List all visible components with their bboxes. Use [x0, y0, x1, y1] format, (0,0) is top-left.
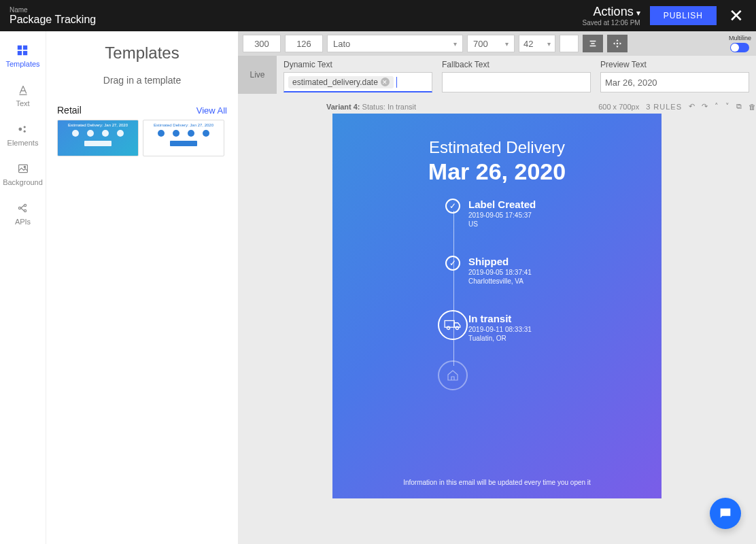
timeline-item-pending[interactable]: [468, 363, 662, 393]
rail-text-label: Text: [16, 99, 29, 107]
timeline-location: Tualatin, OR: [468, 335, 662, 342]
text-toolbar: Lato ▾ 700 ▾ 42 ▾ M: [238, 31, 756, 56]
variant-label: Variant 4:: [326, 103, 360, 111]
svg-rect-3: [23, 51, 27, 55]
chevron-down-icon[interactable]: ˅: [725, 102, 729, 111]
rail-background[interactable]: Background: [3, 162, 43, 186]
pos-x-input[interactable]: [243, 35, 281, 52]
timeline: Label Created 2019-09-05 17:45:37 US Shi…: [332, 199, 662, 393]
live-toggle[interactable]: Live: [238, 56, 277, 94]
text-cursor: [396, 77, 397, 88]
svg-point-12: [617, 43, 619, 45]
chevron-down-icon: ▾: [547, 40, 551, 48]
rail-background-label: Background: [3, 178, 43, 186]
tag-remove-icon[interactable]: ✕: [381, 78, 390, 86]
template-thumb-2[interactable]: Estimated Delivery: Jan 27, 2020: [143, 120, 224, 156]
selected-text-element[interactable]: Mar 26, 2020: [428, 157, 566, 185]
svg-point-8: [24, 166, 25, 167]
publish-button[interactable]: PUBLISH: [650, 6, 717, 25]
dynamic-text-row: Live Dynamic Text estimated_delivery.dat…: [238, 56, 756, 99]
rail-templates[interactable]: Templates: [5, 44, 39, 68]
dynamic-text-input[interactable]: estimated_delivery.date ✕: [284, 72, 432, 92]
pos-y-input[interactable]: [285, 35, 323, 52]
size-value: 42: [523, 39, 533, 49]
preview-footer: Information in this email will be update…: [332, 479, 662, 486]
dynamic-variable-tag[interactable]: estimated_delivery.date ✕: [288, 76, 394, 88]
canvas-preview[interactable]: Estimated Delivery Mar 26, 2020 Label Cr…: [332, 114, 662, 498]
rail-text[interactable]: Text: [16, 83, 29, 107]
text-icon: [16, 83, 30, 97]
project-name-label: Name: [10, 6, 96, 14]
preview-text-input[interactable]: [600, 72, 749, 92]
svg-point-10: [24, 204, 27, 206]
timeline-title: Label Created: [468, 199, 662, 210]
truck-icon: [438, 310, 468, 340]
font-size-select[interactable]: 42 ▾: [519, 35, 555, 52]
svg-point-6: [24, 131, 26, 133]
tag-text: estimated_delivery.date: [292, 78, 378, 87]
chevron-down-icon: ▾: [505, 40, 509, 48]
position-button[interactable]: [607, 35, 628, 52]
home-icon: [438, 360, 468, 390]
timeline-time: 2019-09-11 08:33:31: [468, 326, 662, 333]
canvas-dimensions: 600 x 700px: [598, 103, 639, 111]
font-value: Lato: [333, 39, 350, 49]
undo-icon[interactable]: ↶: [689, 102, 695, 111]
redo-icon[interactable]: ↷: [702, 102, 708, 111]
chat-icon: [718, 506, 733, 521]
canvas-area: Lato ▾ 700 ▾ 42 ▾ M: [238, 31, 756, 544]
app-header: Name Package Tracking Actions Saved at 1…: [0, 0, 756, 31]
delete-icon[interactable]: 🗑: [749, 103, 756, 111]
view-all-link[interactable]: View All: [196, 105, 227, 116]
svg-rect-2: [18, 51, 22, 55]
elements-icon: [16, 122, 29, 136]
check-icon: [445, 199, 460, 214]
duplicate-icon[interactable]: ⧉: [736, 102, 742, 111]
svg-point-11: [24, 209, 27, 211]
timeline-item-current[interactable]: In transit 2019-09-11 08:33:31 Tualatin,…: [468, 313, 662, 343]
rail-apis[interactable]: APIs: [15, 201, 31, 226]
saved-at-label: Saved at 12:06 PM: [583, 19, 640, 27]
preview-date: Mar 26, 2020: [428, 158, 566, 185]
variant-status: Status: In transit: [362, 103, 416, 111]
sidebar-rail: Templates Text Elements Background: [0, 31, 46, 544]
align-button[interactable]: [583, 35, 603, 52]
background-icon: [16, 162, 30, 175]
rail-apis-label: APIs: [15, 218, 31, 226]
timeline-title: Shipped: [468, 256, 662, 267]
multiline-label: Multiline: [729, 35, 751, 41]
svg-point-15: [456, 326, 458, 329]
panel-subtitle: Drag in a template: [57, 75, 227, 86]
template-thumb-1[interactable]: Estimated Delivery: Jan 27, 2020: [57, 120, 139, 156]
timeline-item[interactable]: Shipped 2019-09-05 18:37:41 Charlottesvi…: [468, 256, 662, 286]
check-icon: [445, 256, 460, 271]
font-weight-select[interactable]: 700 ▾: [467, 35, 515, 52]
apis-icon: [16, 201, 29, 215]
chat-button[interactable]: [710, 498, 741, 529]
color-swatch[interactable]: [560, 35, 579, 52]
dynamic-text-label: Dynamic Text: [284, 60, 432, 69]
close-icon[interactable]: ✕: [726, 5, 746, 27]
svg-rect-7: [18, 165, 27, 172]
timeline-location: US: [468, 220, 662, 228]
rail-elements-label: Elements: [7, 139, 39, 147]
thumb2-title: Estimated Delivery: Jan 27, 2020: [143, 120, 224, 127]
project-name[interactable]: Package Tracking: [10, 14, 96, 26]
chevron-up-icon[interactable]: ˄: [715, 102, 719, 111]
rules-button[interactable]: 3 RULES: [646, 103, 682, 111]
fallback-text-input[interactable]: [442, 72, 591, 92]
timeline-title: In transit: [468, 313, 662, 324]
actions-menu[interactable]: Actions: [583, 5, 640, 19]
timeline-item[interactable]: Label Created 2019-09-05 17:45:37 US: [468, 199, 662, 228]
panel-title: Templates: [57, 44, 227, 63]
font-select[interactable]: Lato ▾: [327, 35, 463, 52]
templates-icon: [16, 44, 29, 57]
multiline-toggle[interactable]: [730, 43, 749, 52]
svg-rect-1: [23, 46, 27, 50]
rail-templates-label: Templates: [5, 60, 39, 68]
preview-heading[interactable]: Estimated Delivery: [332, 138, 662, 157]
rail-elements[interactable]: Elements: [7, 122, 39, 147]
timeline-location: Charlottesville, VA: [468, 277, 662, 285]
svg-point-9: [19, 207, 21, 209]
thumb1-title: Estimated Delivery: Jan 27, 2020: [58, 120, 138, 127]
